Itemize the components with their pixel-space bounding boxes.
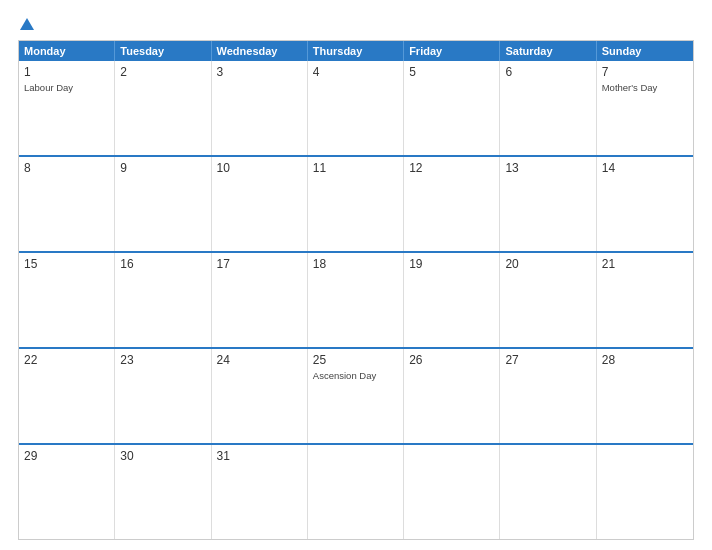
cal-day: 9 <box>115 157 211 251</box>
day-number: 30 <box>120 449 205 463</box>
cal-day: 11 <box>308 157 404 251</box>
cal-day: 29 <box>19 445 115 539</box>
cal-day: 15 <box>19 253 115 347</box>
day-number: 15 <box>24 257 109 271</box>
cal-day: 20 <box>500 253 596 347</box>
cal-day: 1Labour Day <box>19 61 115 155</box>
day-number: 20 <box>505 257 590 271</box>
cal-header-saturday: Saturday <box>500 41 596 61</box>
cal-day: 10 <box>212 157 308 251</box>
day-number: 1 <box>24 65 109 79</box>
day-event: Labour Day <box>24 82 109 93</box>
cal-day: 4 <box>308 61 404 155</box>
page: MondayTuesdayWednesdayThursdayFridaySatu… <box>0 0 712 550</box>
day-number: 21 <box>602 257 688 271</box>
cal-day: 25Ascension Day <box>308 349 404 443</box>
day-number: 23 <box>120 353 205 367</box>
day-number: 3 <box>217 65 302 79</box>
cal-header-tuesday: Tuesday <box>115 41 211 61</box>
cal-day: 7Mother's Day <box>597 61 693 155</box>
header <box>18 18 694 30</box>
cal-week-3: 15161718192021 <box>19 253 693 349</box>
cal-day <box>404 445 500 539</box>
calendar: MondayTuesdayWednesdayThursdayFridaySatu… <box>18 40 694 540</box>
day-number: 19 <box>409 257 494 271</box>
day-number: 16 <box>120 257 205 271</box>
calendar-header: MondayTuesdayWednesdayThursdayFridaySatu… <box>19 41 693 61</box>
day-number: 17 <box>217 257 302 271</box>
day-number: 22 <box>24 353 109 367</box>
day-number: 9 <box>120 161 205 175</box>
logo <box>18 18 34 30</box>
day-number: 13 <box>505 161 590 175</box>
cal-day: 31 <box>212 445 308 539</box>
day-number: 5 <box>409 65 494 79</box>
day-number: 14 <box>602 161 688 175</box>
day-number: 11 <box>313 161 398 175</box>
cal-day: 12 <box>404 157 500 251</box>
day-number: 27 <box>505 353 590 367</box>
cal-header-thursday: Thursday <box>308 41 404 61</box>
cal-day: 27 <box>500 349 596 443</box>
day-event: Mother's Day <box>602 82 688 93</box>
day-number: 6 <box>505 65 590 79</box>
cal-day: 22 <box>19 349 115 443</box>
cal-week-5: 293031 <box>19 445 693 539</box>
cal-day <box>308 445 404 539</box>
cal-header-friday: Friday <box>404 41 500 61</box>
cal-day: 23 <box>115 349 211 443</box>
cal-day: 17 <box>212 253 308 347</box>
cal-day: 5 <box>404 61 500 155</box>
day-number: 8 <box>24 161 109 175</box>
cal-week-2: 891011121314 <box>19 157 693 253</box>
cal-header-wednesday: Wednesday <box>212 41 308 61</box>
cal-day <box>500 445 596 539</box>
cal-day: 16 <box>115 253 211 347</box>
cal-header-sunday: Sunday <box>597 41 693 61</box>
cal-week-4: 22232425Ascension Day262728 <box>19 349 693 445</box>
day-number: 31 <box>217 449 302 463</box>
cal-day: 21 <box>597 253 693 347</box>
cal-week-1: 1Labour Day234567Mother's Day <box>19 61 693 157</box>
day-number: 18 <box>313 257 398 271</box>
day-number: 29 <box>24 449 109 463</box>
cal-day: 8 <box>19 157 115 251</box>
calendar-body: 1Labour Day234567Mother's Day89101112131… <box>19 61 693 539</box>
cal-day: 3 <box>212 61 308 155</box>
cal-header-monday: Monday <box>19 41 115 61</box>
cal-day: 30 <box>115 445 211 539</box>
day-number: 4 <box>313 65 398 79</box>
cal-day <box>597 445 693 539</box>
day-number: 28 <box>602 353 688 367</box>
cal-day: 24 <box>212 349 308 443</box>
cal-day: 13 <box>500 157 596 251</box>
cal-day: 18 <box>308 253 404 347</box>
day-number: 25 <box>313 353 398 367</box>
cal-day: 26 <box>404 349 500 443</box>
day-event: Ascension Day <box>313 370 398 381</box>
day-number: 2 <box>120 65 205 79</box>
day-number: 26 <box>409 353 494 367</box>
cal-day: 14 <box>597 157 693 251</box>
cal-day: 28 <box>597 349 693 443</box>
day-number: 7 <box>602 65 688 79</box>
cal-day: 19 <box>404 253 500 347</box>
cal-day: 2 <box>115 61 211 155</box>
day-number: 24 <box>217 353 302 367</box>
cal-day: 6 <box>500 61 596 155</box>
day-number: 10 <box>217 161 302 175</box>
logo-triangle-icon <box>20 18 34 30</box>
day-number: 12 <box>409 161 494 175</box>
